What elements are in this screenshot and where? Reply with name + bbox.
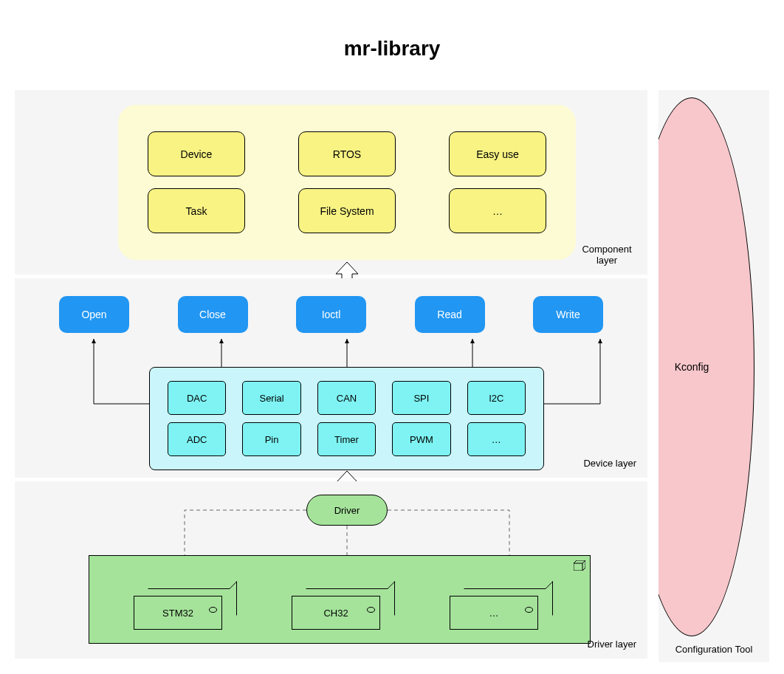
device-i2c: I2C [467,381,526,415]
package-icon [574,560,585,571]
component-group: Device RTOS Easy use Task File System … [118,105,576,260]
driver-node: Driver [306,495,388,526]
device-timer: Timer [317,422,376,456]
main-container: Device RTOS Easy use Task File System … … [15,90,769,662]
component-layer: Device RTOS Easy use Task File System … … [15,90,647,275]
component-more: … [449,188,546,233]
api-read: Read [415,296,485,333]
component-easy-use: Easy use [449,131,546,176]
device-dac: DAC [168,381,226,415]
chip-label: … [489,608,499,619]
config-column: Kconfig Configuration Tool [659,90,769,662]
kconfig-node: Kconfig [629,97,754,636]
api-open: Open [59,296,129,333]
config-tool-label: Configuration Tool [659,644,769,655]
device-spi: SPI [392,381,450,415]
chip-group: STM32 CH32 … [89,555,591,644]
component-task: Task [148,188,245,233]
chip-ch32: CH32 [292,588,388,630]
component-file-system: File System [298,188,396,233]
api-ioctl: Ioctl [296,296,366,333]
component-layer-label: Component layer [577,244,636,266]
api-close: Close [178,296,248,333]
config-tool-panel: Kconfig Configuration Tool [659,90,769,662]
diagram-title: mr-library [15,37,769,61]
chip-more: … [450,588,546,630]
device-can: CAN [317,381,376,415]
driver-layer-label: Driver layer [588,639,636,650]
driver-layer: Driver STM32 CH32 [15,481,647,658]
device-more: … [467,422,526,456]
chip-stm32: STM32 [134,588,230,630]
device-layer-label: Device layer [583,458,636,469]
component-device: Device [148,131,245,176]
device-pin: Pin [242,422,300,456]
device-adc: ADC [168,422,226,456]
kconfig-label: Kconfig [675,361,709,373]
device-pwm: PWM [392,422,450,456]
chip-label: STM32 [162,608,193,619]
layers-column: Device RTOS Easy use Task File System … … [15,90,647,662]
component-rtos: RTOS [298,131,396,176]
api-row: Open Close Ioctl Read Write [59,296,603,333]
chip-label: CH32 [323,608,348,619]
device-serial: Serial [242,381,300,415]
api-write: Write [533,296,603,333]
device-layer: Open Close Ioctl Read Write DAC Serial C… [15,278,647,478]
device-group: DAC Serial CAN SPI I2C ADC Pin Timer PWM… [149,367,544,470]
